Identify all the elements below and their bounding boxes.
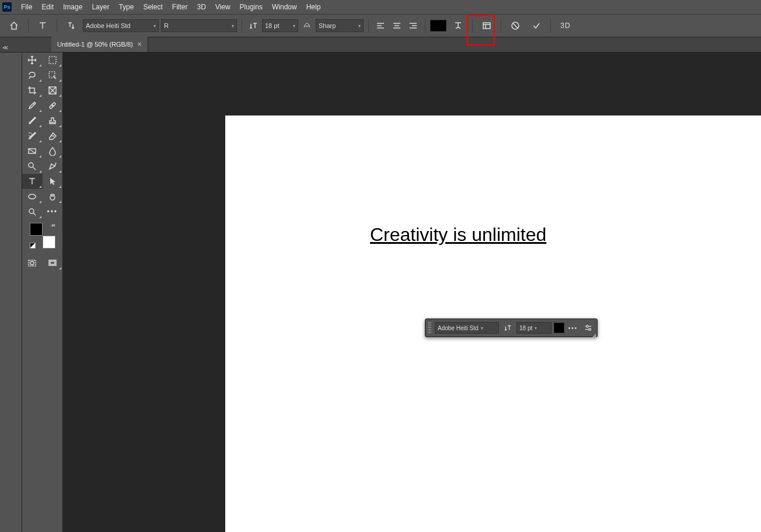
- cancel-icon: [511, 21, 520, 30]
- pen-tool[interactable]: [43, 159, 63, 174]
- main-area: ••• ⇄ Creativity is unlimited Adobe Heit…: [0, 52, 761, 532]
- menu-plugins[interactable]: Plugins: [235, 1, 267, 13]
- font-size-icon-button[interactable]: [247, 18, 260, 34]
- align-left-icon: [376, 21, 385, 30]
- move-icon: [27, 55, 37, 65]
- quick-select-tool[interactable]: [43, 68, 63, 83]
- float-more-button[interactable]: •••: [567, 321, 580, 334]
- menu-help[interactable]: Help: [302, 1, 326, 13]
- type-tool[interactable]: [22, 174, 43, 189]
- history-brush-tool[interactable]: [22, 128, 43, 144]
- antialias-value: Sharp: [319, 22, 336, 29]
- cancel-button[interactable]: [506, 18, 525, 34]
- default-colors-icon[interactable]: [30, 243, 36, 249]
- tool-preset-button[interactable]: [33, 18, 52, 34]
- shape-tool[interactable]: [22, 189, 43, 204]
- text-orientation-button[interactable]: [62, 18, 81, 34]
- chevron-down-icon: ▾: [481, 326, 483, 331]
- svg-point-9: [29, 194, 36, 199]
- align-right-button[interactable]: [406, 18, 420, 34]
- quickmask-icon: [27, 258, 37, 268]
- drop-icon: [48, 146, 57, 156]
- eyedropper-tool[interactable]: [22, 98, 43, 113]
- foreground-color[interactable]: [30, 223, 43, 236]
- menu-type[interactable]: Type: [114, 1, 138, 13]
- color-swatches[interactable]: ⇄: [30, 223, 55, 249]
- float-font-family-dropdown[interactable]: Adobe Heiti Std ▾: [435, 322, 499, 334]
- quickmask-tool[interactable]: [22, 256, 43, 271]
- warp-text-button[interactable]: [449, 18, 467, 34]
- blur-tool[interactable]: [43, 144, 63, 159]
- float-color-swatch[interactable]: [554, 323, 564, 333]
- more-tools[interactable]: •••: [43, 204, 63, 219]
- font-size-icon: [249, 21, 258, 30]
- character-panel-button[interactable]: [477, 18, 496, 34]
- menu-view[interactable]: View: [211, 1, 235, 13]
- grip-icon[interactable]: [428, 322, 431, 334]
- check-icon: [532, 21, 541, 30]
- warp-text-icon: [453, 21, 463, 30]
- antialias-dropdown[interactable]: Sharp ▾: [316, 19, 364, 32]
- path-select-tool[interactable]: [43, 174, 63, 189]
- menu-select[interactable]: Select: [138, 1, 167, 13]
- crop-tool[interactable]: [22, 83, 43, 98]
- move-tool[interactable]: [22, 52, 43, 68]
- font-size-dropdown[interactable]: 18 pt ▾: [262, 19, 298, 32]
- screenmode-icon: [48, 258, 57, 268]
- dodge-tool[interactable]: [22, 159, 43, 174]
- home-button[interactable]: [5, 18, 23, 34]
- align-center-button[interactable]: [390, 18, 404, 34]
- svg-point-6: [52, 105, 53, 106]
- ellipse-icon: [27, 192, 37, 201]
- divider: [57, 19, 57, 33]
- align-center-icon: [392, 21, 402, 30]
- menu-layer[interactable]: Layer: [87, 1, 114, 13]
- threed-button[interactable]: 3D: [556, 18, 575, 34]
- font-style-dropdown[interactable]: R ▾: [161, 19, 237, 32]
- zoom-tool[interactable]: [22, 204, 43, 219]
- hand-tool[interactable]: [43, 189, 63, 204]
- float-font-size-dropdown[interactable]: 18 pt ▾: [516, 322, 551, 334]
- menu-filter[interactable]: Filter: [167, 1, 193, 13]
- floating-type-bar[interactable]: Adobe Heiti Std ▾ 18 pt ▾ ••• ◢: [425, 318, 598, 337]
- healing-tool[interactable]: [43, 98, 63, 113]
- text-layer[interactable]: Creativity is unlimited: [370, 224, 546, 246]
- text-color-swatch[interactable]: [430, 20, 446, 32]
- lasso-tool[interactable]: [22, 68, 43, 83]
- sliders-icon: [584, 324, 592, 332]
- screenmode-tool[interactable]: [43, 256, 63, 271]
- eraser-tool[interactable]: [43, 128, 63, 144]
- menu-edit[interactable]: Edit: [37, 1, 58, 13]
- close-icon[interactable]: ×: [138, 40, 142, 48]
- options-bar: Adobe Heiti Std ▾ R ▾ 18 pt ▾ Sharp ▾: [0, 14, 761, 37]
- frame-icon: [48, 86, 57, 95]
- frame-tool[interactable]: [43, 83, 63, 98]
- menu-window[interactable]: Window: [267, 1, 302, 13]
- brush-icon: [27, 116, 37, 125]
- marquee-tool[interactable]: [43, 52, 63, 68]
- menu-file[interactable]: File: [16, 1, 37, 13]
- menu-image[interactable]: Image: [58, 1, 87, 13]
- ellipsis-icon: •••: [47, 208, 58, 216]
- type-icon: [38, 21, 47, 30]
- font-family-dropdown[interactable]: Adobe Heiti Std ▾: [83, 19, 159, 32]
- commit-button[interactable]: [527, 18, 546, 34]
- canvas-area[interactable]: Creativity is unlimited Adobe Heiti Std …: [63, 52, 761, 532]
- swap-colors-icon[interactable]: ⇄: [51, 223, 55, 228]
- svg-point-16: [589, 328, 591, 331]
- background-color[interactable]: [43, 236, 55, 249]
- stamp-tool[interactable]: [43, 113, 63, 128]
- gradient-tool[interactable]: [22, 144, 43, 159]
- document-tab[interactable]: Untitled-1 @ 50% (RGB/8) ×: [51, 37, 148, 52]
- align-left-button[interactable]: [373, 18, 388, 34]
- divider: [550, 19, 551, 33]
- resize-nub-icon[interactable]: ◢: [592, 332, 596, 338]
- stamp-icon: [48, 116, 57, 125]
- collapse-panels-icon[interactable]: ≪: [0, 43, 11, 52]
- svg-rect-14: [50, 261, 55, 264]
- tools-panel: ••• ⇄: [22, 52, 63, 532]
- antialias-icon-button[interactable]: [301, 18, 313, 34]
- menu-3d[interactable]: 3D: [192, 1, 210, 13]
- collapsed-panel[interactable]: [0, 52, 22, 532]
- brush-tool[interactable]: [22, 113, 43, 128]
